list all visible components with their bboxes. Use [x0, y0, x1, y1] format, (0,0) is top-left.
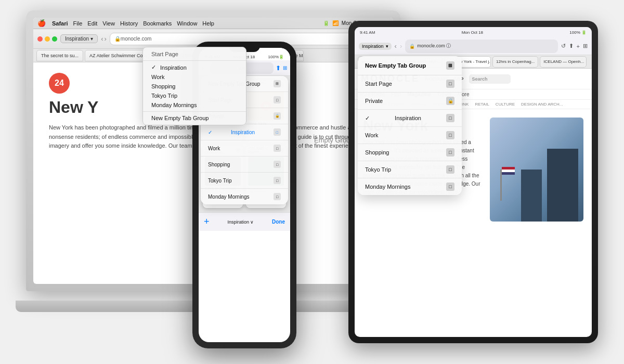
ipad-status-bar: 9:41 AM Mon Oct 18 100% 🔋: [355, 27, 592, 37]
menu-edit[interactable]: Edit: [87, 20, 97, 27]
ipad-back-button[interactable]: ‹: [395, 42, 397, 50]
ipad-cat-retail[interactable]: RETAIL: [475, 102, 489, 107]
close-button[interactable]: [37, 36, 43, 42]
minimize-button[interactable]: [45, 36, 50, 42]
ipad-toolbar: Inspiration ▾ ‹ › 🔒 monocle.com ⓘ ↺ ⬆ + …: [355, 37, 592, 55]
mac-dd-inspiration[interactable]: Inspiration: [143, 62, 246, 72]
building-2: [521, 170, 542, 222]
ipad-tab-4[interactable]: 12hrs in Copenhag...: [492, 56, 538, 68]
wifi-icon: 📶: [332, 20, 339, 26]
url-display: monocle.com: [121, 36, 151, 42]
ipad-dd-tokyo-icon: □: [446, 165, 454, 174]
ipad-forward-button[interactable]: ›: [400, 42, 402, 50]
ipad-dd-private[interactable]: Private 🔒: [358, 93, 462, 110]
ipad-grid-icon[interactable]: ⊞: [583, 43, 588, 49]
iphone-dd-work-icon: □: [274, 145, 281, 152]
tab-2-label: AZ Atelier Schwimmer Comple...: [89, 53, 147, 58]
mac-dd-sep-1: [143, 60, 246, 61]
apple-icon: 🍎: [37, 19, 46, 27]
iphone-tabs-icon[interactable]: ⊞: [283, 65, 287, 71]
ipad-body: 9:41 AM Mon Oct 18 100% 🔋 Inspiration ▾ …: [348, 21, 598, 343]
article-number: 24: [49, 73, 70, 94]
mac-dd-work[interactable]: Work: [143, 72, 246, 82]
ipad-dd-shop-icon: □: [446, 148, 454, 157]
battery-icon: 🔋: [323, 20, 329, 26]
building-1: [547, 149, 578, 222]
iphone-dd-insp-icon: □: [274, 128, 281, 136]
iphone-share-icon[interactable]: ⬆: [276, 64, 281, 72]
ipad-time: 9:41 AM: [360, 30, 375, 35]
ipad-dd-start-page[interactable]: Start Page □: [358, 75, 462, 93]
chevron-down-icon: ▾: [90, 36, 93, 42]
ipad-dd-insp-icon: □: [446, 114, 454, 122]
iphone-dd-new-icon: ⊞: [274, 80, 281, 87]
mac-menubar: 🍎 Safari File Edit View History Bookmark…: [33, 18, 393, 29]
ipad-screen: 9:41 AM Mon Oct 18 100% 🔋 Inspiration ▾ …: [355, 27, 592, 337]
mac-dd-monday[interactable]: Monday Mornings: [143, 100, 246, 110]
menu-bookmarks[interactable]: Bookmarks: [143, 20, 172, 27]
menu-view[interactable]: View: [102, 20, 115, 27]
ipad-cat-culture[interactable]: CULTURE: [496, 102, 515, 107]
ipad-dd-work[interactable]: Work □: [358, 127, 462, 144]
ipad-tab-5[interactable]: ICELAND — Openh...: [540, 56, 587, 68]
iphone-dd-shop-icon: □: [274, 161, 281, 168]
ipad-dd-monday[interactable]: Monday Mornings □: [358, 178, 462, 195]
ipad-dd-new-empty[interactable]: New Empty Tab Group ⊞: [358, 56, 462, 75]
menu-history[interactable]: History: [120, 20, 138, 27]
iphone-new-tab-button[interactable]: +: [204, 216, 210, 227]
ipad: 9:41 AM Mon Oct 18 100% 🔋 Inspiration ▾ …: [348, 21, 598, 343]
ipad-dd-shopping[interactable]: Shopping □: [358, 144, 462, 161]
iphone-dd-tokyo-icon: □: [274, 177, 281, 184]
iphone-dd-shopping[interactable]: Shopping □: [201, 157, 288, 173]
chevron-down-icon: ▾: [386, 44, 388, 49]
ipad-article-image: [490, 118, 583, 222]
ipad-date: Mon Oct 18: [462, 30, 483, 35]
back-button[interactable]: ‹: [101, 35, 103, 43]
menu-safari[interactable]: Safari: [52, 20, 68, 27]
tab-1[interactable]: The secret to su...: [36, 50, 83, 61]
menu-file[interactable]: File: [73, 20, 83, 27]
mac-dd-new-group[interactable]: New Empty Tab Group: [143, 113, 246, 123]
iphone-done-button[interactable]: Done: [272, 219, 285, 225]
us-flag: [502, 167, 515, 175]
traffic-lights: [37, 36, 57, 42]
ipad-lock-icon: 🔒: [409, 44, 415, 49]
tab-2[interactable]: AZ Atelier Schwimmer Comple...: [85, 50, 147, 61]
ipad-dd-inspiration[interactable]: ✓ Inspiration □: [358, 110, 462, 127]
iphone-dd-private-icon: 🔒: [274, 112, 281, 120]
ipad-search-bar[interactable]: Search: [469, 74, 511, 84]
ipad-ny-image: [490, 118, 583, 222]
ipad-tab-group-btn[interactable]: Inspiration ▾: [359, 43, 392, 50]
mac-dd-tokyo[interactable]: Tokyo Trip: [143, 91, 246, 100]
mac-dd-shopping[interactable]: Shopping: [143, 82, 246, 91]
forward-button[interactable]: ›: [104, 35, 106, 43]
menu-window[interactable]: Window: [177, 20, 197, 27]
iphone-dd-inspiration[interactable]: ✓ Inspiration □: [201, 124, 288, 140]
ipad-address-bar[interactable]: 🔒 monocle.com ⓘ: [405, 40, 557, 53]
mac-dd-sep-2: [143, 111, 246, 112]
tab-group-button[interactable]: Inspiration ▾: [60, 34, 98, 43]
ipad-dd-tokyo[interactable]: Tokyo Trip □: [358, 161, 462, 178]
ipad-new-tab-icon[interactable]: +: [577, 43, 580, 49]
lock-icon: 🔒: [114, 36, 121, 42]
nav-arrows: ‹ ›: [101, 35, 107, 43]
ipad-dd-work-icon: □: [446, 131, 454, 139]
ipad-cat-design[interactable]: DESIGN AND ARCH...: [521, 102, 563, 107]
ipad-dd-start-icon: □: [446, 80, 454, 88]
tab-group-label: Inspiration: [65, 36, 89, 42]
iphone-group-selector[interactable]: Inspiration ∨: [227, 219, 254, 225]
iphone-dd-work[interactable]: Work □: [201, 140, 288, 157]
ipad-reload-icon[interactable]: ↺: [561, 43, 566, 49]
iphone-dd-tokyo[interactable]: Tokyo Trip □: [201, 173, 288, 189]
tab-1-label: The secret to su...: [41, 53, 79, 58]
ipad-dd-priv-icon: 🔒: [446, 97, 454, 105]
chevron-down-icon: ∨: [250, 219, 254, 225]
fullscreen-button[interactable]: [52, 36, 57, 42]
ipad-dd-new-icon: ⊞: [446, 61, 454, 70]
ipad-battery: 100% 🔋: [569, 30, 587, 35]
ipad-share-icon[interactable]: ⬆: [569, 43, 574, 49]
menu-help[interactable]: Help: [202, 20, 214, 27]
iphone-dd-monday-icon: □: [274, 193, 281, 200]
iphone-dd-monday[interactable]: Monday Mornings □: [201, 189, 288, 204]
mac-dd-header: Start Page: [143, 49, 246, 59]
